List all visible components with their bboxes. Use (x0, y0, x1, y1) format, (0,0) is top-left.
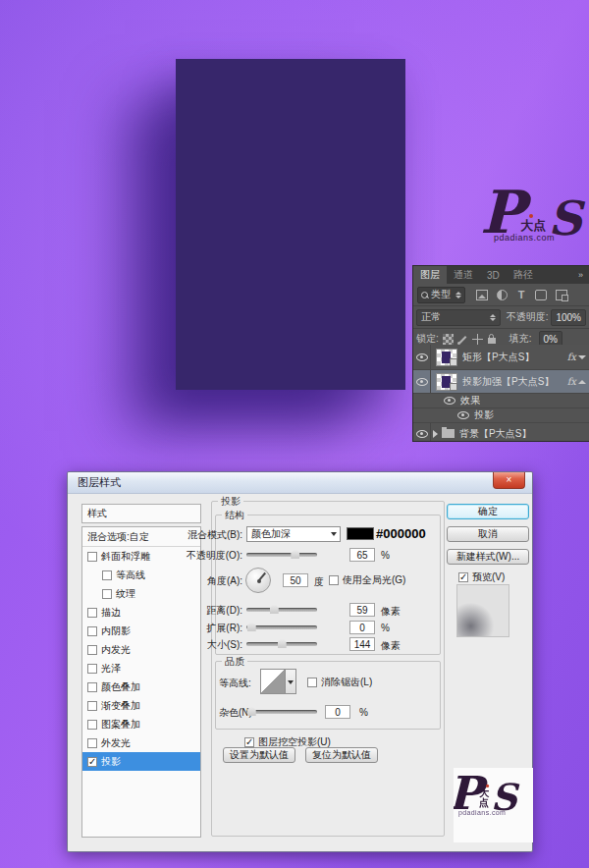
ok-button[interactable]: 确定 (447, 504, 529, 519)
cancel-button[interactable]: 取消 (447, 526, 529, 542)
noise-value-field[interactable]: 0 (325, 705, 350, 719)
panel-menu-button[interactable]: » (572, 266, 589, 284)
style-item-drop-shadow[interactable]: 投影 (82, 752, 200, 771)
watermark-dadian: 大点 (479, 788, 489, 808)
styles-list: 混合选项:自定 斜面和浮雕 等高线 纹理 描边 内阴影 内发光 光泽 颜色叠加 … (81, 526, 201, 838)
use-global-light-checkbox[interactable]: 使用全局光(G) (329, 573, 405, 587)
drop-shadow-effect-row[interactable]: 投影 (413, 408, 589, 423)
layer-thumbnail[interactable] (436, 373, 457, 391)
fx-badge: fx (567, 376, 578, 387)
ps-watermark-bottom: P 大点 S pdadians.com (454, 770, 517, 817)
layer-row-shadow-boost[interactable]: 投影加强【P大点S】 fx (413, 370, 589, 394)
style-item-gradient-overlay[interactable]: 渐变叠加 (82, 696, 200, 715)
size-value-field[interactable]: 144 (349, 637, 375, 651)
color-hex-annotation: #000000 (376, 526, 426, 541)
style-item-outer-glow[interactable]: 外发光 (82, 733, 200, 752)
new-style-button[interactable]: 新建样式(W)... (447, 549, 529, 565)
angle-value-field[interactable]: 50 (283, 573, 308, 587)
layer-row-rectangle[interactable]: 矩形【P大点S】 fx (413, 345, 589, 370)
lock-position-move-icon[interactable] (472, 334, 483, 345)
preview-thumbnail (456, 584, 509, 637)
spread-value-field[interactable]: 0 (349, 621, 375, 634)
search-icon (421, 292, 428, 298)
filter-type-layers-icon[interactable]: T (516, 290, 526, 300)
layer-filter-row: 类型 T (413, 284, 589, 306)
lock-transparency-icon[interactable] (443, 334, 454, 345)
filter-kind-dropdown[interactable]: 类型 (417, 287, 465, 303)
style-item-satin[interactable]: 光泽 (82, 659, 200, 678)
dialog-title-bar[interactable]: 图层样式 (68, 472, 532, 494)
effects-row[interactable]: 效果 (413, 394, 589, 408)
panel-tab-bar: 图层 通道 3D 路径 » (413, 266, 589, 284)
styles-header: 样式 (81, 504, 201, 523)
poster-rectangle (176, 59, 405, 390)
opacity-label: 不透明度: (507, 310, 549, 324)
style-item-color-overlay[interactable]: 颜色叠加 (82, 678, 200, 696)
lock-label: 锁定: (416, 332, 439, 346)
distance-slider[interactable] (246, 608, 317, 612)
contour-label: 等高线: (219, 677, 251, 690)
preview-checkbox[interactable]: 预览(V) (458, 570, 505, 584)
tab-paths[interactable]: 路径 (507, 266, 540, 284)
noise-slider[interactable] (246, 710, 317, 714)
contour-dropdown-arrow[interactable] (286, 669, 296, 694)
lock-pixels-brush-icon[interactable] (457, 334, 468, 345)
expand-group-icon[interactable] (433, 430, 438, 438)
tab-3d[interactable]: 3D (480, 266, 507, 284)
ps-watermark-bottom-box: P 大点 S pdadians.com (454, 768, 533, 842)
updown-arrows-icon (455, 292, 461, 298)
blend-opacity-row: 正常 不透明度: 100% (413, 306, 589, 329)
ps-watermark-top: P 大点 S pdadians.com (480, 183, 582, 243)
angle-dial[interactable] (245, 568, 271, 593)
opacity-value-field[interactable]: 65 (349, 548, 375, 562)
visibility-eye-icon[interactable] (416, 430, 428, 438)
distance-value-field[interactable]: 59 (349, 603, 375, 617)
size-slider[interactable] (246, 642, 317, 646)
opacity-value[interactable]: 100% (551, 309, 586, 326)
tab-channels[interactable]: 通道 (447, 266, 480, 284)
filter-pixel-layers-icon[interactable] (476, 290, 488, 300)
updown-arrows-icon (490, 314, 496, 321)
layers-list: 矩形【P大点S】 fx 投影加强【P大点S】 fx 效果 (413, 345, 589, 441)
layer-row-background-group[interactable]: 背景【P大点S】 (413, 423, 589, 441)
distance-label: 距离(D): (150, 604, 242, 618)
blend-mode-label: 混合模式(B): (150, 528, 242, 542)
section-title: 投影 (218, 495, 243, 509)
layer-thumbnail[interactable] (436, 349, 457, 366)
anti-alias-checkbox[interactable]: 消除锯齿(L) (307, 676, 372, 689)
tab-layers[interactable]: 图层 (413, 266, 447, 284)
collapse-effects-icon[interactable] (578, 355, 586, 359)
shadow-opacity-label: 不透明度(O): (150, 549, 242, 563)
close-icon[interactable]: × (493, 472, 525, 489)
spread-label: 扩展(R): (150, 622, 242, 635)
photoshop-canvas: P 大点 S pdadians.com 图层 通道 3D 路径 » 类型 (0, 0, 589, 868)
group-folder-icon (442, 429, 455, 438)
blend-mode-dropdown[interactable]: 正常 (416, 309, 501, 326)
opacity-slider[interactable] (246, 553, 317, 557)
lock-all-icon[interactable] (487, 334, 498, 345)
make-default-button[interactable]: 设置为默认值 (223, 747, 295, 763)
fill-label: 填充: (509, 332, 532, 346)
collapse-effects-icon[interactable] (578, 380, 586, 384)
visibility-eye-icon[interactable] (416, 378, 428, 386)
angle-label: 角度(A): (150, 574, 242, 588)
visibility-eye-icon[interactable] (457, 411, 469, 419)
visibility-eye-icon[interactable] (416, 353, 428, 361)
filter-smart-objects-icon[interactable] (556, 290, 567, 300)
style-item-pattern-overlay[interactable]: 图案叠加 (82, 715, 200, 733)
filter-shape-layers-icon[interactable] (535, 290, 547, 300)
visibility-eye-icon[interactable] (444, 397, 455, 405)
layers-panel: 图层 通道 3D 路径 » 类型 T 正常 (412, 265, 589, 442)
contour-thumbnail[interactable] (260, 669, 286, 694)
fx-badge: fx (567, 352, 578, 362)
size-label: 大小(S): (150, 638, 242, 652)
filter-adjustment-layers-icon[interactable] (497, 290, 508, 300)
watermark-dadian: 大点 (520, 219, 546, 232)
spread-slider[interactable] (246, 625, 317, 629)
dialog-title: 图层样式 (78, 475, 121, 490)
shadow-color-swatch[interactable] (347, 527, 374, 540)
reset-default-button[interactable]: 复位为默认值 (305, 747, 378, 763)
blend-mode-select[interactable]: 颜色加深 (246, 526, 341, 542)
